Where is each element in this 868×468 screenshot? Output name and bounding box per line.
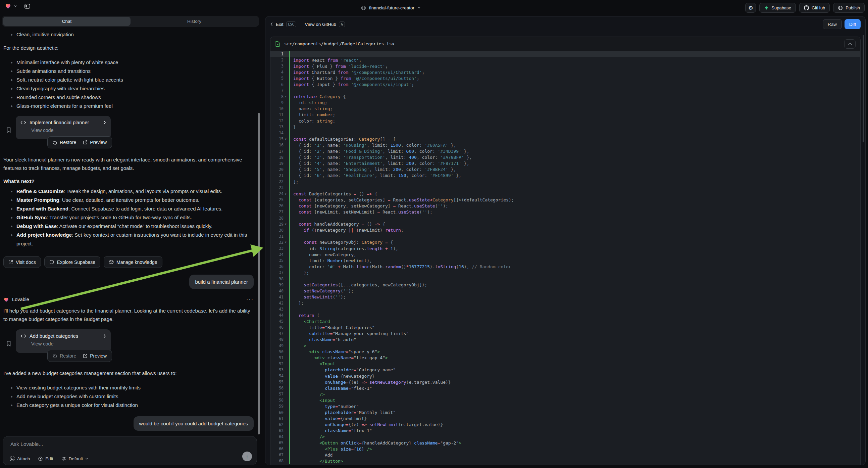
line-gutter: 48 xyxy=(271,337,288,342)
github-button[interactable]: GitHub xyxy=(799,3,830,13)
ask-lovable-input[interactable] xyxy=(10,441,237,447)
chip-manage-knowledge[interactable]: Manage knowledge xyxy=(104,256,162,268)
fold-chevron-icon[interactable]: ∨ xyxy=(283,241,288,244)
send-button[interactable]: ↑ xyxy=(242,451,252,461)
line-gutter: 21 xyxy=(271,173,288,178)
line-gutter: 50 xyxy=(271,350,288,354)
chip-visit-docs[interactable]: Visit docs xyxy=(3,256,41,268)
line-number: 56 xyxy=(279,386,283,390)
version-card[interactable]: Add budget categoriesView codeRestorePre… xyxy=(16,329,111,353)
line-number: 43 xyxy=(279,307,283,312)
code-text: const newCategoryObj: Category = { xyxy=(290,240,393,245)
bookmark-icon[interactable] xyxy=(6,334,11,353)
version-card[interactable]: Implement financial plannerView codeRest… xyxy=(16,116,111,139)
tab-chat[interactable]: Chat xyxy=(3,17,130,26)
code-line: 10 name: string; xyxy=(271,106,860,112)
supabase-button[interactable]: Supabase xyxy=(759,3,796,13)
code-line: 49 > xyxy=(271,343,860,349)
version-block: Add budget categoriesView codeRestorePre… xyxy=(3,329,254,353)
line-gutter: 9 xyxy=(271,100,288,105)
line-gutter: 61 xyxy=(271,416,288,421)
project-switcher[interactable]: financial-future-creator xyxy=(361,0,421,16)
sidebar-toggle-icon[interactable] xyxy=(24,3,31,9)
github-label: GitHub xyxy=(812,5,825,10)
more-menu-icon[interactable]: ··· xyxy=(246,296,254,302)
line-gutter: 27 xyxy=(271,209,288,214)
code-text: import ChartCard from '@/components/ui/C… xyxy=(290,70,425,75)
code-line: 24∨const BudgetCategories = () => { xyxy=(271,191,860,197)
chat-paragraph: I'll help you add budget categories to t… xyxy=(3,306,252,323)
attach-button[interactable]: Attach xyxy=(10,456,30,461)
preview-button[interactable]: Preview xyxy=(83,140,107,145)
view-code-link[interactable]: View code xyxy=(31,341,106,347)
publish-button[interactable]: Publish xyxy=(833,3,865,13)
code-panel: Exit ESC View on GitHub G Raw Diff src/c… xyxy=(265,16,866,465)
line-number: 1 xyxy=(281,52,283,56)
chevron-down-icon[interactable] xyxy=(14,4,17,8)
code-line: 48 className="h-auto" xyxy=(271,337,860,343)
chat-scrollbar-thumb[interactable] xyxy=(258,113,260,434)
code-text: import { Input } from '@/components/ui/i… xyxy=(290,82,414,87)
model-default-button[interactable]: Default xyxy=(61,456,89,461)
code-text: > xyxy=(290,343,306,348)
code-line: 40 setNewCategory(''); xyxy=(271,288,860,294)
line-number: 25 xyxy=(279,197,283,202)
line-number: 67 xyxy=(279,452,283,457)
view-on-github-button[interactable]: View on GitHub G xyxy=(305,22,345,27)
exit-button[interactable]: Exit ESC xyxy=(270,22,296,27)
fold-chevron-icon[interactable]: ∨ xyxy=(283,95,288,98)
code-line: 22]; xyxy=(271,179,860,185)
diff-button[interactable]: Diff xyxy=(844,19,861,29)
restore-button[interactable]: Restore xyxy=(53,353,76,358)
line-gutter: 67 xyxy=(271,452,288,457)
code-text: const [newCategory, setNewCategory] = Re… xyxy=(290,203,448,208)
sliders-icon xyxy=(61,456,66,461)
code-text: }; xyxy=(290,300,304,305)
chat-paragraph: Your sleek financial planner is now read… xyxy=(3,155,252,172)
bookmark-icon[interactable] xyxy=(6,121,11,139)
restore-button[interactable]: Restore xyxy=(53,140,76,145)
external-link-icon xyxy=(83,140,88,145)
code-line: 3import { Plus } from 'lucide-react'; xyxy=(271,63,860,69)
collapse-file-button[interactable] xyxy=(844,39,856,49)
external-link-icon xyxy=(8,260,13,265)
preview-button[interactable]: Preview xyxy=(83,353,107,358)
line-gutter: 34 xyxy=(271,252,288,257)
code-line: 53 placeholder="Category name" xyxy=(271,367,860,373)
code-text: const defaultCategories: Category[] = [ xyxy=(290,137,396,142)
line-number: 31 xyxy=(279,234,283,239)
code-text: import { Plus } from 'lucide-react'; xyxy=(290,64,388,69)
chip-explore-supabase[interactable]: Explore Supabase xyxy=(44,256,100,268)
edit-label: Edit xyxy=(45,456,53,461)
view-code-link[interactable]: View code xyxy=(31,127,106,133)
lovable-heart-icon xyxy=(3,297,9,302)
code-text: subtitle="Manage your spending limits" xyxy=(290,331,409,336)
code-text: </Button> xyxy=(290,459,343,464)
code-line: 60 placeholder="Monthly limit" xyxy=(271,410,860,416)
line-gutter: 41 xyxy=(271,295,288,299)
code-text: interface Category { xyxy=(290,94,346,99)
settings-button[interactable]: ⚙ xyxy=(745,3,756,13)
fold-chevron-icon[interactable]: ∨ xyxy=(283,223,288,226)
tab-history[interactable]: History xyxy=(130,17,258,26)
fold-chevron-icon[interactable]: ∨ xyxy=(283,138,288,141)
knowledge-box-icon xyxy=(109,260,114,265)
fold-chevron-icon[interactable]: ∨ xyxy=(283,193,288,195)
line-number: 34 xyxy=(279,252,283,257)
lovable-logo-icon[interactable] xyxy=(5,3,11,9)
code-text: setNewCategory(''); xyxy=(290,288,354,293)
line-gutter: 32∨ xyxy=(271,240,288,245)
code-text: { id: '3', name: 'Transportation', limit… xyxy=(290,155,472,160)
raw-button[interactable]: Raw xyxy=(823,19,842,29)
line-gutter: 51 xyxy=(271,355,288,360)
code-line: 28 xyxy=(271,215,860,221)
code-text: <Plus size={16} /> xyxy=(290,446,372,451)
chevron-down-icon xyxy=(85,457,88,460)
file-header[interactable]: src/components/budget/BudgetCategories.t… xyxy=(271,37,860,51)
restore-label: Restore xyxy=(60,140,76,145)
code-text: ]; xyxy=(290,179,299,184)
line-number: 46 xyxy=(279,325,283,330)
edit-mode-button[interactable]: Edit xyxy=(38,456,53,461)
code-scrollbar-thumb[interactable] xyxy=(863,35,864,142)
line-gutter: 57 xyxy=(271,392,288,397)
